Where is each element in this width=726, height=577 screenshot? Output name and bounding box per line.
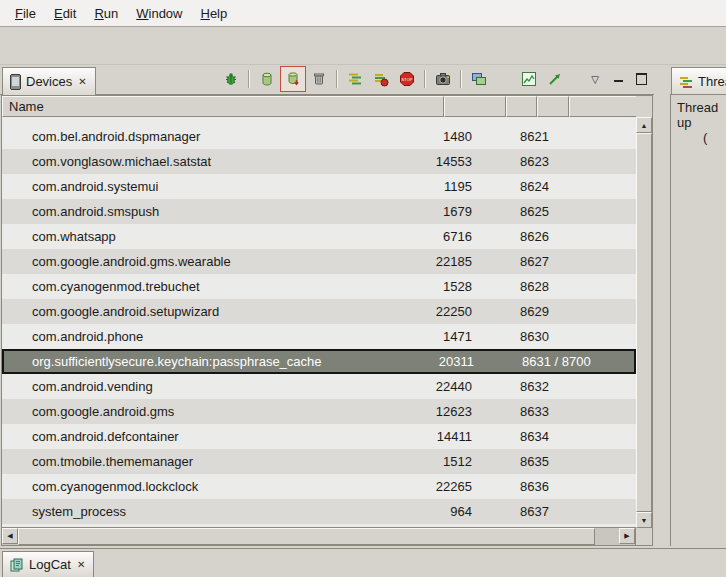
pid-cell: 12623 xyxy=(430,404,478,419)
table-row[interactable]: com.android.smspush16798625 xyxy=(2,199,636,224)
main-toolbar-strip xyxy=(0,27,726,65)
pid-cell: 1480 xyxy=(430,129,478,144)
horizontal-scrollbar[interactable]: ◀ ▶ xyxy=(2,527,652,545)
table-row[interactable]: com.android.vending224408632 xyxy=(2,374,636,399)
vertical-scroll-thumb[interactable] xyxy=(636,133,652,512)
menu-run[interactable]: Run xyxy=(85,3,127,24)
pid-cell: 20311 xyxy=(432,354,480,369)
screen-gallery-icon[interactable] xyxy=(466,66,492,92)
menu-window[interactable]: Window xyxy=(127,3,191,24)
port-cell: 8627 xyxy=(513,254,636,269)
menu-help[interactable]: Help xyxy=(191,3,236,24)
svg-text:STOP: STOP xyxy=(401,77,413,82)
menu-bar: File Edit Run Window Help xyxy=(0,0,726,27)
port-cell: 8624 xyxy=(513,179,636,194)
table-row[interactable]: com.android.defcontainer144118634 xyxy=(2,424,636,449)
scrollbar-corner xyxy=(635,528,652,545)
process-name-cell: com.google.android.gms xyxy=(2,404,430,419)
device-rows: com.bel.android.dspmanager14808621com.vo… xyxy=(2,124,636,527)
minimize-view-icon[interactable] xyxy=(609,70,627,88)
table-row[interactable]: com.google.android.setupwizard222508629 xyxy=(2,299,636,324)
table-row[interactable]: com.tmobile.thememanager15128635 xyxy=(2,449,636,474)
eclipse-ddms-window: File Edit Run Window Help Devices ✕ xyxy=(0,0,726,65)
close-logcat-tab-icon[interactable]: ✕ xyxy=(76,559,86,570)
port-cell: 8632 xyxy=(513,379,636,394)
opengl-trace-icon[interactable] xyxy=(542,66,568,92)
devices-view-toolbar: STOP xyxy=(218,66,650,92)
update-heap-icon[interactable] xyxy=(254,66,280,92)
scroll-up-icon[interactable]: ▲ xyxy=(636,117,652,133)
tab-threads[interactable]: Threads xyxy=(671,67,726,95)
column-header-3[interactable] xyxy=(506,96,537,117)
column-header-pid[interactable] xyxy=(444,96,506,117)
port-cell: 8636 xyxy=(513,479,636,494)
column-header-port[interactable] xyxy=(569,96,636,117)
stop-process-icon[interactable]: STOP xyxy=(394,66,420,92)
update-threads-icon[interactable] xyxy=(342,66,368,92)
table-row[interactable]: com.android.phone14718630 xyxy=(2,324,636,349)
threads-message: Thread up ( xyxy=(670,95,726,546)
dump-hprof-icon[interactable] xyxy=(280,66,306,92)
view-window-controls: ▽ xyxy=(586,70,650,88)
logcat-tab-icon xyxy=(10,558,24,572)
table-row[interactable]: system_process9648637 xyxy=(2,499,636,524)
table-row[interactable]: com.android.systemui11958624 xyxy=(2,174,636,199)
table-row[interactable]: com.google.android.gms.wearable221858627 xyxy=(2,249,636,274)
pid-cell: 1471 xyxy=(430,329,478,344)
scroll-right-icon[interactable]: ▶ xyxy=(619,528,635,544)
scroll-left-icon[interactable]: ◀ xyxy=(2,528,18,544)
pid-cell: 964 xyxy=(430,504,478,519)
view-menu-icon[interactable]: ▽ xyxy=(586,70,604,88)
port-cell: 8625 xyxy=(513,204,636,219)
pid-cell: 1195 xyxy=(430,179,478,194)
main-area: Devices ✕ xyxy=(0,64,726,549)
devices-tab-label: Devices xyxy=(26,74,72,89)
process-name-cell: com.android.defcontainer xyxy=(2,429,430,444)
maximize-view-icon[interactable] xyxy=(632,70,650,88)
threads-message-line2: ( xyxy=(677,130,726,145)
threads-tabbar: Threads xyxy=(670,64,726,95)
cause-gc-icon[interactable] xyxy=(306,66,332,92)
horizontal-scroll-track[interactable] xyxy=(18,528,619,545)
column-header-name[interactable]: Name xyxy=(2,96,444,117)
menu-edit[interactable]: Edit xyxy=(45,3,85,24)
process-name-cell: com.android.phone xyxy=(2,329,430,344)
process-name-cell: com.android.vending xyxy=(2,379,430,394)
pid-cell: 22265 xyxy=(430,479,478,494)
table-row[interactable]: com.google.android.gms126238633 xyxy=(2,399,636,424)
port-cell: 8628 xyxy=(513,279,636,294)
table-row-selected[interactable]: org.sufficientlysecure.keychain:passphra… xyxy=(2,349,636,374)
port-cell: 8626 xyxy=(513,229,636,244)
scroll-down-icon[interactable]: ▼ xyxy=(636,512,652,528)
start-method-profiling-icon[interactable] xyxy=(368,66,394,92)
table-row[interactable]: com.cyanogenmod.lockclock222658636 xyxy=(2,474,636,499)
devices-tabbar: Devices ✕ xyxy=(0,64,654,95)
port-cell: 8623 xyxy=(513,154,636,169)
capture-trace-icon[interactable] xyxy=(516,66,542,92)
process-name-cell: com.bel.android.dspmanager xyxy=(2,129,430,144)
vertical-scrollbar[interactable]: ▲ ▼ xyxy=(636,117,652,528)
pid-cell: 1679 xyxy=(430,204,478,219)
table-row[interactable]: com.whatsapp67168626 xyxy=(2,224,636,249)
table-row[interactable]: com.vonglasow.michael.satstat145538623 xyxy=(2,149,636,174)
process-name-cell: com.google.android.gms.wearable xyxy=(2,254,430,269)
threads-tab-label: Threads xyxy=(698,74,726,89)
screen-capture-icon[interactable] xyxy=(430,66,456,92)
tab-devices[interactable]: Devices ✕ xyxy=(2,67,96,95)
port-cell: 8629 xyxy=(513,304,636,319)
port-cell: 8631 / 8700 xyxy=(515,354,634,369)
port-cell: 8621 xyxy=(513,129,636,144)
process-table: Name com.bel.android.dspmanager14808621c… xyxy=(1,95,653,546)
port-cell: 8634 xyxy=(513,429,636,444)
debug-process-icon[interactable] xyxy=(218,66,244,92)
pid-cell: 22440 xyxy=(430,379,478,394)
horizontal-scroll-thumb[interactable] xyxy=(18,528,595,545)
partially-scrolled-row xyxy=(2,117,636,124)
panel-splitter[interactable] xyxy=(654,64,670,549)
tab-logcat[interactable]: LogCat ✕ xyxy=(2,551,94,577)
menu-file[interactable]: File xyxy=(6,3,45,24)
table-row[interactable]: com.cyanogenmod.trebuchet15288628 xyxy=(2,274,636,299)
column-header-4[interactable] xyxy=(537,96,569,117)
table-row[interactable]: com.bel.android.dspmanager14808621 xyxy=(2,124,636,149)
close-devices-tab-icon[interactable]: ✕ xyxy=(77,76,87,87)
